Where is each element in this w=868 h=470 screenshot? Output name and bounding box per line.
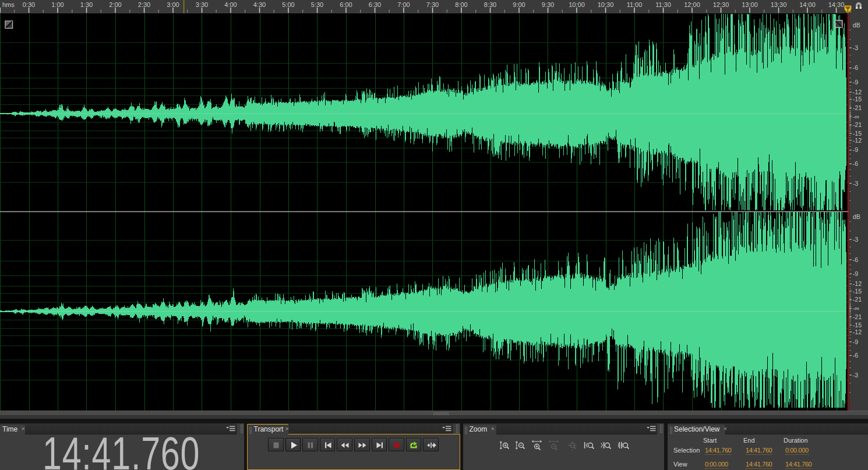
svg-text:-∞: -∞ — [853, 305, 859, 312]
svg-text:1:00: 1:00 — [51, 1, 63, 8]
svg-text:-15: -15 — [853, 288, 862, 295]
svg-text:-21: -21 — [853, 104, 862, 111]
svg-text:11:00: 11:00 — [627, 1, 643, 8]
svg-text:-9: -9 — [853, 79, 859, 86]
svg-text:-15: -15 — [853, 96, 862, 103]
svg-text:10:30: 10:30 — [598, 1, 614, 8]
svg-text:-12: -12 — [853, 280, 862, 287]
svg-text:2:30: 2:30 — [138, 1, 150, 8]
svg-text:-3: -3 — [853, 372, 859, 379]
svg-text:-21: -21 — [853, 296, 862, 303]
svg-text:3:30: 3:30 — [196, 1, 208, 8]
svg-text:4:30: 4:30 — [253, 1, 266, 8]
svg-text:9:30: 9:30 — [542, 1, 554, 8]
svg-text:-12: -12 — [853, 89, 862, 96]
svg-text:-21: -21 — [853, 313, 862, 320]
svg-text:-12: -12 — [853, 137, 862, 144]
svg-text:4:00: 4:00 — [224, 1, 237, 8]
svg-text:12:30: 12:30 — [713, 1, 729, 8]
svg-text:-9: -9 — [853, 147, 859, 154]
svg-text:-3: -3 — [853, 236, 859, 243]
svg-text:11:30: 11:30 — [655, 1, 671, 8]
svg-text:-15: -15 — [853, 130, 862, 137]
svg-text:14:30: 14:30 — [828, 1, 845, 8]
svg-text:-6: -6 — [853, 352, 859, 359]
svg-text:0:30: 0:30 — [23, 1, 35, 8]
svg-text:-9: -9 — [853, 338, 859, 345]
svg-text:-12: -12 — [853, 328, 862, 335]
svg-text:-6: -6 — [853, 64, 859, 71]
svg-text:-6: -6 — [853, 256, 859, 263]
svg-text:3:00: 3:00 — [167, 1, 179, 8]
svg-text:7:30: 7:30 — [426, 1, 439, 8]
svg-text:13:30: 13:30 — [771, 1, 787, 8]
svg-text:7:00: 7:00 — [397, 1, 410, 8]
svg-text:-15: -15 — [853, 321, 862, 328]
svg-text:9:00: 9:00 — [513, 1, 525, 8]
svg-text:5:00: 5:00 — [282, 1, 294, 8]
svg-text:1:30: 1:30 — [80, 1, 93, 8]
svg-text:hms: hms — [2, 1, 15, 8]
svg-text:6:00: 6:00 — [340, 1, 352, 8]
svg-text:8:00: 8:00 — [455, 1, 467, 8]
svg-text:-9: -9 — [853, 270, 859, 277]
svg-text:-3: -3 — [853, 180, 859, 187]
svg-text:-∞: -∞ — [853, 113, 859, 120]
svg-text:6:30: 6:30 — [369, 1, 381, 8]
svg-text:12:00: 12:00 — [684, 1, 700, 8]
svg-text:5:30: 5:30 — [311, 1, 323, 8]
svg-text:14:00: 14:00 — [799, 1, 816, 8]
svg-text:10:00: 10:00 — [569, 1, 585, 8]
svg-text:-21: -21 — [853, 121, 862, 128]
svg-text:13:00: 13:00 — [742, 1, 758, 8]
svg-text:-6: -6 — [853, 160, 859, 167]
svg-text:-3: -3 — [853, 44, 859, 51]
svg-text:dB: dB — [853, 22, 860, 29]
svg-text:2:00: 2:00 — [109, 1, 121, 8]
svg-text:dB: dB — [853, 213, 860, 220]
svg-text:8:30: 8:30 — [484, 1, 496, 8]
